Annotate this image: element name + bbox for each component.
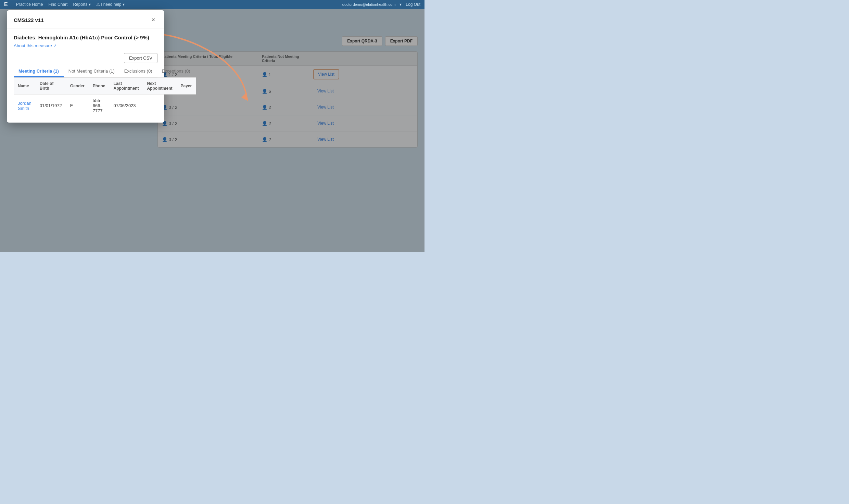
measure-title: Diabetes: Hemoglobin A1c (HbA1c) Poor Co…: [14, 34, 157, 41]
patient-last-appt-cell: 07/06/2023: [110, 94, 143, 117]
nav-email: doctordemo@elationhealth.com: [342, 2, 395, 7]
modal-header: CMS122 v11 ×: [7, 10, 164, 28]
cms-modal: CMS122 v11 × Diabetes: Hemoglobin A1c (H…: [7, 10, 164, 123]
tab-exclusions[interactable]: Exclusions (0): [119, 66, 157, 77]
top-navigation: E Practice Home Find Chart Reports ▾ ⚠ I…: [0, 0, 424, 9]
nav-logout[interactable]: Log Out: [406, 2, 420, 7]
nav-help[interactable]: ⚠ I need help ▾: [96, 2, 125, 7]
patient-gender-cell: F: [66, 94, 89, 117]
nav-reports[interactable]: Reports ▾: [73, 2, 90, 7]
about-measure-link[interactable]: About this measure ↗: [14, 43, 157, 48]
col-next-appt: Next Appointment: [143, 78, 177, 94]
tabs-container: Meeting Criteria (1) Not Meeting Criteri…: [14, 66, 157, 77]
tab-meeting-criteria[interactable]: Meeting Criteria (1): [14, 66, 64, 77]
col-phone: Phone: [89, 78, 110, 94]
modal-body: Diabetes: Hemoglobin A1c (HbA1c) Poor Co…: [7, 28, 164, 123]
tab-not-meeting-criteria[interactable]: Not Meeting Criteria (1): [64, 66, 119, 77]
patients-table: Name Date of Birth Gender Phone Last App…: [14, 77, 196, 117]
col-last-appt: Last Appointment: [110, 78, 143, 94]
col-payer: Payer: [177, 78, 196, 94]
nav-right: doctordemo@elationhealth.com ▾ Log Out: [342, 2, 420, 7]
patient-phone-cell: 555-666-7777: [89, 94, 110, 117]
modal-title: CMS122 v11: [14, 17, 44, 23]
tab-exceptions[interactable]: Exceptions (0): [157, 66, 195, 77]
nav-find-chart[interactable]: Find Chart: [48, 2, 67, 7]
patient-name-cell[interactable]: Jordan Smith: [14, 94, 36, 117]
external-link-icon: ↗: [53, 43, 56, 48]
table-header-row: Name Date of Birth Gender Phone Last App…: [14, 78, 196, 94]
modal-close-button[interactable]: ×: [149, 16, 157, 24]
app-logo: E: [4, 1, 8, 8]
table-row: Jordan Smith 01/01/1972 F 555-666-7777 0…: [14, 94, 196, 117]
col-gender: Gender: [66, 78, 89, 94]
col-dob: Date of Birth: [36, 78, 66, 94]
nav-email-arrow[interactable]: ▾: [400, 2, 402, 7]
patient-next-appt-cell: –: [143, 94, 177, 117]
nav-practice-home[interactable]: Practice Home: [16, 2, 43, 7]
patient-dob-cell: 01/01/1972: [36, 94, 66, 117]
patient-payer-cell: –: [177, 94, 196, 117]
export-csv-button[interactable]: Export CSV: [124, 53, 157, 63]
patient-name-link[interactable]: Jordan Smith: [18, 101, 31, 111]
col-name: Name: [14, 78, 36, 94]
